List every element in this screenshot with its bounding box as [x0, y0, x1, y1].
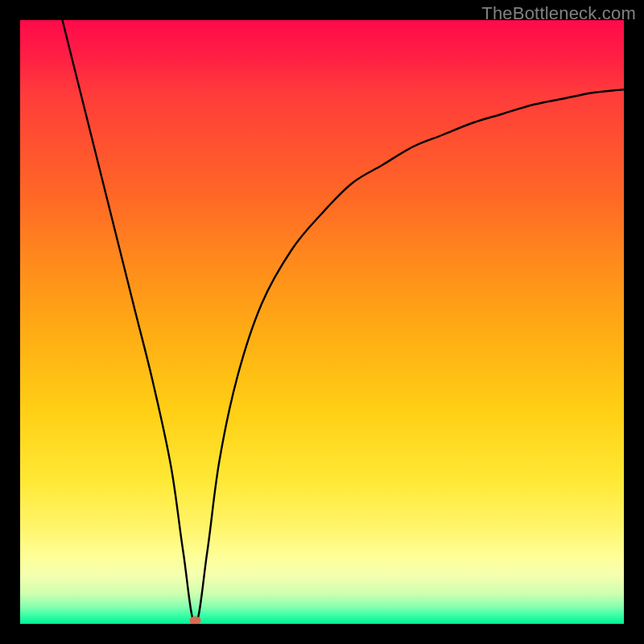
plot-area: [20, 20, 624, 624]
chart-frame: TheBottleneck.com: [0, 0, 644, 644]
watermark-text: TheBottleneck.com: [481, 3, 636, 24]
bottleneck-curve: [63, 20, 625, 624]
minimum-marker: [190, 617, 201, 625]
curve-layer: [20, 20, 624, 624]
